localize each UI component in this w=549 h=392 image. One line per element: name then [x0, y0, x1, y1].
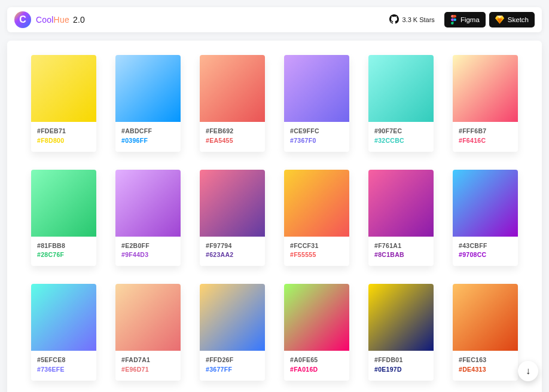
figma-button[interactable]: Figma — [444, 12, 486, 27]
gradient-swatch — [453, 55, 518, 122]
color-code-from[interactable]: #FEB692 — [206, 127, 259, 136]
color-code-to[interactable]: #736EFE — [37, 365, 90, 375]
brand-logo: C — [14, 11, 31, 28]
color-code-from[interactable]: #FDEB71 — [37, 127, 90, 136]
color-codes: #90F7EC#32CCBC — [368, 122, 434, 152]
color-code-to[interactable]: #9708CC — [459, 250, 512, 260]
arrow-down-icon: ↓ — [526, 366, 530, 376]
gradient-card[interactable]: #E2B0FF#9F44D3 — [115, 170, 181, 267]
color-codes: #F97794#623AA2 — [200, 237, 265, 267]
color-code-to[interactable]: #8C1BAB — [374, 250, 428, 260]
brand-version: 2.0 — [73, 15, 85, 24]
sketch-button[interactable]: Sketch — [489, 12, 535, 27]
color-codes: #FDEB71#F8D800 — [31, 122, 96, 152]
github-stars-label: 3.3 K Stars — [402, 16, 434, 23]
gradient-swatch — [284, 55, 349, 122]
color-codes: #CE9FFC#7367F0 — [284, 122, 349, 152]
gradient-card[interactable]: #FFDB01#0E197D — [368, 284, 434, 381]
color-code-to[interactable]: #EA5455 — [206, 136, 259, 146]
scroll-down-button[interactable]: ↓ — [518, 361, 538, 381]
color-code-from[interactable]: #81FBB8 — [37, 241, 90, 251]
color-code-from[interactable]: #F761A1 — [374, 241, 428, 251]
color-code-from[interactable]: #5EFCE8 — [37, 356, 90, 365]
gradient-card[interactable]: #5EFCE8#736EFE — [31, 284, 96, 381]
color-code-from[interactable]: #FCCF31 — [290, 241, 343, 251]
gradient-card[interactable]: #F97794#623AA2 — [200, 170, 265, 267]
brand-logo-letter: C — [19, 14, 26, 25]
color-code-to[interactable]: #FA016D — [290, 365, 343, 375]
gradient-swatch — [368, 55, 434, 122]
color-code-from[interactable]: #A0FE65 — [290, 356, 343, 365]
gradient-card[interactable]: #FEB692#EA5455 — [200, 55, 265, 152]
gradient-card[interactable]: #ABDCFF#0396FF — [115, 55, 181, 152]
color-code-from[interactable]: #43CBFF — [459, 241, 512, 251]
color-codes: #81FBB8#28C76F — [31, 237, 96, 267]
color-codes: #FFD26F#3677FF — [200, 351, 265, 381]
gradient-card[interactable]: #FCCF31#F55555 — [284, 170, 349, 267]
color-codes: #5EFCE8#736EFE — [31, 351, 96, 381]
brand-title[interactable]: CoolHue 2.0 — [36, 15, 85, 24]
sketch-button-label: Sketch — [508, 16, 529, 23]
gradient-card[interactable]: #F761A1#8C1BAB — [368, 170, 434, 267]
gradient-swatch — [200, 55, 265, 122]
color-code-to[interactable]: #F8D800 — [37, 136, 90, 146]
gradient-swatch — [31, 170, 96, 237]
github-icon — [389, 14, 402, 25]
gradient-card[interactable]: #FFD26F#3677FF — [200, 284, 265, 381]
color-code-to[interactable]: #7367F0 — [290, 136, 343, 146]
color-codes: #FFDB01#0E197D — [368, 351, 434, 381]
color-code-to[interactable]: #F55555 — [290, 250, 343, 260]
gradient-swatch — [115, 284, 181, 351]
color-code-from[interactable]: #ABDCFF — [121, 127, 175, 136]
gradient-card[interactable]: #FEC163#DE4313 — [453, 284, 518, 381]
color-code-from[interactable]: #FEC163 — [459, 356, 512, 365]
color-code-to[interactable]: #DE4313 — [459, 365, 512, 375]
gradient-swatch — [453, 284, 518, 351]
brand-word-cool: Cool — [36, 15, 54, 24]
gradient-swatch — [200, 284, 265, 351]
color-code-from[interactable]: #FFDB01 — [374, 356, 428, 365]
figma-button-label: Figma — [460, 16, 480, 23]
gradient-swatch — [453, 170, 518, 237]
color-code-from[interactable]: #FFD26F — [206, 356, 259, 365]
gradient-card[interactable]: #FFF6B7#F6416C — [453, 55, 518, 152]
github-stars-link[interactable]: 3.3 K Stars — [389, 14, 434, 25]
sketch-icon — [495, 16, 504, 24]
color-code-to[interactable]: #F6416C — [459, 136, 512, 146]
color-codes: #FFF6B7#F6416C — [453, 122, 518, 152]
gradient-card[interactable]: #FAD7A1#E96D71 — [115, 284, 181, 381]
gradient-card[interactable]: #81FBB8#28C76F — [31, 170, 96, 267]
gradient-card[interactable]: #A0FE65#FA016D — [284, 284, 349, 381]
gradient-card[interactable]: #43CBFF#9708CC — [453, 170, 518, 267]
color-codes: #F761A1#8C1BAB — [368, 237, 434, 267]
color-code-to[interactable]: #E96D71 — [121, 365, 175, 375]
main-panel: #FDEB71#F8D800#ABDCFF#0396FF#FEB692#EA54… — [7, 41, 542, 392]
color-code-from[interactable]: #CE9FFC — [290, 127, 343, 136]
gradient-card[interactable]: #FDEB71#F8D800 — [31, 55, 96, 152]
color-code-to[interactable]: #9F44D3 — [121, 250, 175, 260]
gradient-swatch — [31, 284, 96, 351]
gradient-swatch — [368, 170, 434, 237]
gradient-swatch — [284, 284, 349, 351]
color-code-to[interactable]: #28C76F — [37, 250, 90, 260]
color-code-from[interactable]: #E2B0FF — [121, 241, 175, 251]
app-header: C CoolHue 2.0 3.3 K Stars Figma — [7, 7, 542, 32]
gradient-card[interactable]: #CE9FFC#7367F0 — [284, 55, 349, 152]
gradient-swatch — [368, 284, 434, 351]
color-codes: #FCCF31#F55555 — [284, 237, 349, 267]
swatch-grid: #FDEB71#F8D800#ABDCFF#0396FF#FEB692#EA54… — [31, 55, 518, 381]
color-code-from[interactable]: #FFF6B7 — [459, 127, 512, 136]
color-code-from[interactable]: #F97794 — [206, 241, 259, 251]
color-code-from[interactable]: #90F7EC — [374, 127, 428, 136]
color-code-from[interactable]: #FAD7A1 — [121, 356, 175, 365]
color-code-to[interactable]: #0E197D — [374, 365, 428, 375]
color-code-to[interactable]: #623AA2 — [206, 250, 259, 260]
color-code-to[interactable]: #32CCBC — [374, 136, 428, 146]
color-codes: #FAD7A1#E96D71 — [115, 351, 181, 381]
gradient-swatch — [200, 170, 265, 237]
gradient-card[interactable]: #90F7EC#32CCBC — [368, 55, 434, 152]
color-code-to[interactable]: #3677FF — [206, 365, 259, 375]
color-code-to[interactable]: #0396FF — [121, 136, 175, 146]
gradient-swatch — [115, 55, 181, 122]
color-codes: #FEB692#EA5455 — [200, 122, 265, 152]
